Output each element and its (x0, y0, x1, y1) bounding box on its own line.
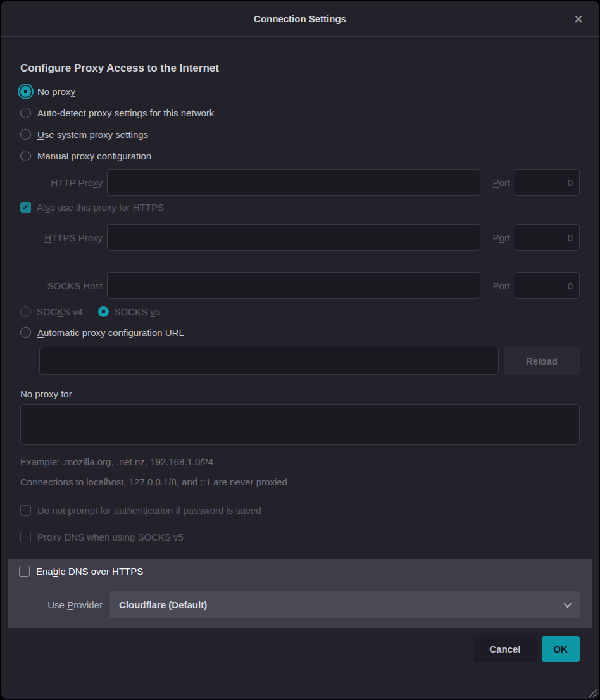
radio-selected-icon (20, 86, 31, 97)
checkbox-icon (20, 532, 31, 542)
http-proxy-label: HTTP Proxy (20, 177, 103, 188)
checkbox-label: Also use this proxy for HTTPS (37, 202, 164, 213)
socks-host-input[interactable] (107, 272, 480, 299)
chevron-down-icon (564, 599, 572, 608)
dns-over-https-section: Enable DNS over HTTPS Use Provider Cloud… (8, 559, 592, 628)
dialog-footer: Cancel OK (1, 628, 599, 662)
radio-icon (20, 108, 31, 118)
checkbox-label: Enable DNS over HTTPS (36, 566, 143, 577)
radio-auto-detect[interactable]: Auto-detect proxy settings for this netw… (20, 108, 580, 118)
http-proxy-input[interactable] (107, 169, 480, 196)
checkbox-icon (20, 505, 31, 516)
use-provider-label: Use Provider (19, 599, 103, 610)
provider-dropdown[interactable]: Cloudflare (Default) (109, 591, 580, 618)
https-proxy-label: HTTPS Proxy (20, 232, 103, 243)
dialog-titlebar: Connection Settings ✕ (1, 1, 599, 37)
https-proxy-input[interactable] (107, 224, 480, 251)
radio-socks-v5[interactable]: SOCKS v5 (98, 306, 161, 317)
dialog-content: Configure Proxy Access to the Internet N… (1, 37, 599, 628)
enable-doh-checkbox-row[interactable]: Enable DNS over HTTPS (19, 566, 580, 577)
https-port-input[interactable] (515, 224, 580, 251)
localhost-note-text: Connections to localhost, 127.0.0.1/8, a… (20, 477, 580, 487)
radio-label: SOCKS v4 (37, 306, 83, 317)
http-port-input[interactable] (515, 169, 580, 196)
cancel-button[interactable]: Cancel (473, 636, 536, 662)
socks-port-label: Port (485, 280, 510, 291)
radio-label: Manual proxy configuration (37, 151, 151, 161)
no-proxy-for-label: No proxy for (20, 389, 580, 399)
checkbox-label: Proxy DNS when using SOCKS v5 (37, 532, 184, 542)
proxy-dns-checkbox-row[interactable]: Proxy DNS when using SOCKS v5 (20, 532, 580, 542)
radio-icon (20, 327, 31, 338)
provider-dropdown-value: Cloudflare (Default) (119, 599, 564, 610)
resize-grip-icon[interactable] (587, 687, 597, 697)
reload-button[interactable]: Reload (504, 347, 580, 375)
socks-port-input[interactable] (515, 272, 580, 299)
socks-host-label: SOCKS Host (20, 280, 103, 291)
radio-label: Automatic proxy configuration URL (37, 327, 184, 338)
http-proxy-row: HTTP Proxy Port (20, 169, 580, 196)
radio-icon (20, 151, 31, 161)
auto-config-url-input[interactable] (39, 347, 499, 375)
socks-version-group: SOCKS v4 SOCKS v5 (20, 306, 580, 317)
radio-label: SOCKS v5 (115, 306, 161, 317)
radio-icon (20, 129, 31, 140)
connection-settings-dialog: Connection Settings ✕ Configure Proxy Ac… (1, 1, 599, 699)
http-port-label: Port (485, 177, 510, 188)
page-title: Configure Proxy Access to the Internet (20, 62, 580, 75)
checkbox-checked-icon: ✓ (20, 202, 31, 213)
ok-button[interactable]: OK (542, 636, 580, 662)
dialog-title: Connection Settings (254, 13, 346, 24)
radio-selected-icon (98, 306, 109, 317)
radio-icon (20, 306, 31, 317)
radio-no-proxy[interactable]: No proxy (20, 86, 580, 97)
radio-auto-config-url[interactable]: Automatic proxy configuration URL (20, 327, 580, 338)
checkbox-icon (19, 566, 30, 577)
no-auth-prompt-checkbox-row[interactable]: Do not prompt for authentication if pass… (20, 505, 580, 516)
close-icon[interactable]: ✕ (570, 10, 587, 28)
radio-system-proxy[interactable]: Use system proxy settings (20, 129, 580, 140)
auto-config-url-row: Reload (39, 347, 580, 375)
radio-label: Use system proxy settings (37, 129, 148, 140)
radio-manual-proxy[interactable]: Manual proxy configuration (20, 151, 580, 161)
no-proxy-for-textarea[interactable] (20, 404, 580, 445)
also-https-checkbox-row[interactable]: ✓ Also use this proxy for HTTPS (20, 202, 580, 213)
radio-label: Auto-detect proxy settings for this netw… (37, 108, 214, 118)
checkbox-label: Do not prompt for authentication if pass… (37, 505, 261, 516)
no-proxy-example-text: Example: .mozilla.org, .net.nz, 192.168.… (20, 456, 580, 467)
radio-socks-v4[interactable]: SOCKS v4 (20, 306, 83, 317)
radio-label: No proxy (37, 86, 75, 97)
https-proxy-row: HTTPS Proxy Port (20, 224, 580, 251)
https-port-label: Port (485, 232, 510, 243)
socks-host-row: SOCKS Host Port (20, 272, 580, 299)
doh-provider-row: Use Provider Cloudflare (Default) (19, 591, 580, 618)
